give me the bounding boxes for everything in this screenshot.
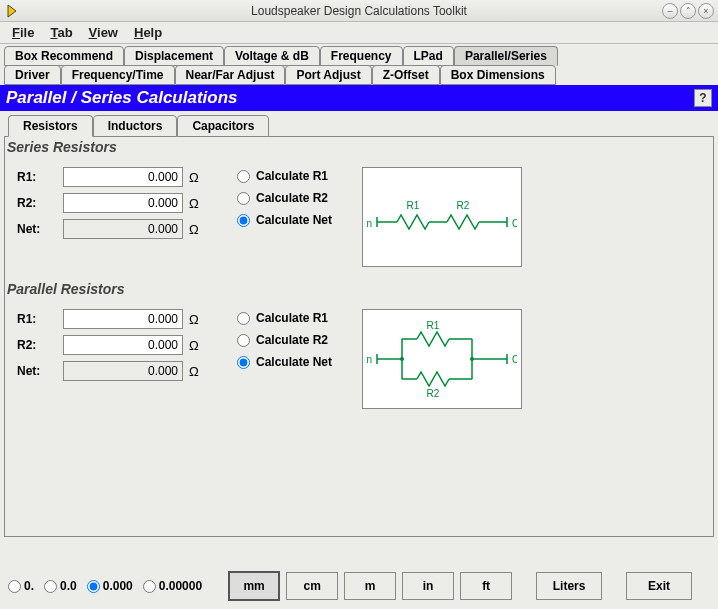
series-section: R1: Ω R2: Ω Net: Ω Calculate R1 Calculat… [5, 161, 713, 279]
series-r2-label: R2: [17, 196, 57, 210]
unit-in-button[interactable]: in [402, 572, 454, 600]
parallel-net-output [63, 361, 183, 381]
series-calc-net-radio[interactable]: Calculate Net [237, 213, 332, 227]
series-net-label: Net: [17, 222, 57, 236]
diagram-out-label: Out [512, 354, 517, 365]
tab-box-recommend[interactable]: Box Recommend [4, 46, 124, 66]
exit-button[interactable]: Exit [626, 572, 692, 600]
ohm-unit: Ω [189, 364, 207, 379]
subtab-inductors[interactable]: Inductors [93, 115, 178, 137]
diagram-in-label: In [367, 354, 372, 365]
series-net-output [63, 219, 183, 239]
svg-marker-0 [8, 5, 16, 17]
parallel-r2-label: R2: [17, 338, 57, 352]
svg-point-16 [400, 357, 404, 361]
parallel-fields: R1: Ω R2: Ω Net: Ω [17, 309, 207, 381]
precision-5[interactable]: 0.00000 [143, 579, 202, 593]
diagram-out-label: Out [512, 218, 517, 229]
tab-parallel-series[interactable]: Parallel/Series [454, 46, 558, 66]
precision-3[interactable]: 0.000 [87, 579, 133, 593]
series-calc-r2-radio[interactable]: Calculate R2 [237, 191, 332, 205]
subtab-resistors[interactable]: Resistors [8, 115, 93, 137]
content-area: Series Resistors R1: Ω R2: Ω Net: Ω Calc… [4, 137, 714, 537]
series-radios: Calculate R1 Calculate R2 Calculate Net [237, 167, 332, 227]
parallel-calc-net-radio[interactable]: Calculate Net [237, 355, 332, 369]
ohm-unit: Ω [189, 312, 207, 327]
series-fields: R1: Ω R2: Ω Net: Ω [17, 167, 207, 239]
parallel-r1-input[interactable] [63, 309, 183, 329]
menu-view[interactable]: View [81, 23, 126, 42]
series-calc-r1-radio[interactable]: Calculate R1 [237, 169, 332, 183]
unit-mm-button[interactable]: mm [228, 571, 280, 601]
parallel-net-label: Net: [17, 364, 57, 378]
tab-driver[interactable]: Driver [4, 65, 61, 85]
precision-0[interactable]: 0. [8, 579, 34, 593]
series-r2-input[interactable] [63, 193, 183, 213]
series-circuit-diagram: In Out R1 R2 [362, 167, 522, 267]
unit-cm-button[interactable]: cm [286, 572, 338, 600]
parallel-section: R1: Ω R2: Ω Net: Ω Calculate R1 Calculat… [5, 303, 713, 421]
parallel-calc-r1-radio[interactable]: Calculate R1 [237, 311, 332, 325]
parallel-circuit-diagram: In Out R1 R2 [362, 309, 522, 409]
unit-m-button[interactable]: m [344, 572, 396, 600]
series-header: Series Resistors [5, 137, 713, 161]
window-controls: – ˄ × [662, 3, 718, 19]
tab-voltage-db[interactable]: Voltage & dB [224, 46, 320, 66]
menu-file[interactable]: File [4, 23, 42, 42]
minimize-button[interactable]: – [662, 3, 678, 19]
tab-frequency-time[interactable]: Frequency/Time [61, 65, 175, 85]
menu-help[interactable]: Help [126, 23, 170, 42]
close-button[interactable]: × [698, 3, 714, 19]
series-r1-label: R1: [17, 170, 57, 184]
tab-row-2: Driver Frequency/Time Near/Far Adjust Po… [0, 65, 718, 85]
maximize-button[interactable]: ˄ [680, 3, 696, 19]
window-titlebar: Loudspeaker Design Calculations Toolkit … [0, 0, 718, 22]
ohm-unit: Ω [189, 170, 207, 185]
parallel-header: Parallel Resistors [5, 279, 713, 303]
bottom-bar: 0. 0.0 0.000 0.00000 mm cm m in ft Liter… [8, 571, 710, 601]
precision-group: 0. 0.0 0.000 0.00000 [8, 579, 202, 593]
tab-box-dimensions[interactable]: Box Dimensions [440, 65, 556, 85]
parallel-r2-input[interactable] [63, 335, 183, 355]
subtab-row: Resistors Inductors Capacitors [4, 113, 714, 137]
precision-1[interactable]: 0.0 [44, 579, 77, 593]
tab-port-adjust[interactable]: Port Adjust [285, 65, 371, 85]
tab-z-offset[interactable]: Z-Offset [372, 65, 440, 85]
tab-frequency[interactable]: Frequency [320, 46, 403, 66]
tab-row-1: Box Recommend Displacement Voltage & dB … [0, 46, 718, 66]
diagram-r1-label: R1 [407, 200, 420, 211]
svg-point-17 [470, 357, 474, 361]
diagram-in-label: In [367, 218, 372, 229]
menu-tab[interactable]: Tab [42, 23, 80, 42]
app-icon [4, 3, 20, 19]
series-r1-input[interactable] [63, 167, 183, 187]
tab-lpad[interactable]: LPad [403, 46, 454, 66]
panel-title: Parallel / Series Calculations [6, 88, 238, 108]
diagram-r2-label: R2 [457, 200, 470, 211]
menubar: File Tab View Help [0, 22, 718, 44]
help-button[interactable]: ? [694, 89, 712, 107]
subtab-capacitors[interactable]: Capacitors [177, 115, 269, 137]
parallel-calc-r2-radio[interactable]: Calculate R2 [237, 333, 332, 347]
liters-button[interactable]: Liters [536, 572, 602, 600]
tab-near-far-adjust[interactable]: Near/Far Adjust [175, 65, 286, 85]
ohm-unit: Ω [189, 338, 207, 353]
parallel-radios: Calculate R1 Calculate R2 Calculate Net [237, 309, 332, 369]
diagram-r1-label: R1 [427, 320, 440, 331]
unit-ft-button[interactable]: ft [460, 572, 512, 600]
ohm-unit: Ω [189, 222, 207, 237]
window-title: Loudspeaker Design Calculations Toolkit [0, 4, 718, 18]
panel-title-bar: Parallel / Series Calculations ? [0, 85, 718, 111]
ohm-unit: Ω [189, 196, 207, 211]
diagram-r2-label: R2 [427, 388, 440, 399]
tab-displacement[interactable]: Displacement [124, 46, 224, 66]
parallel-r1-label: R1: [17, 312, 57, 326]
